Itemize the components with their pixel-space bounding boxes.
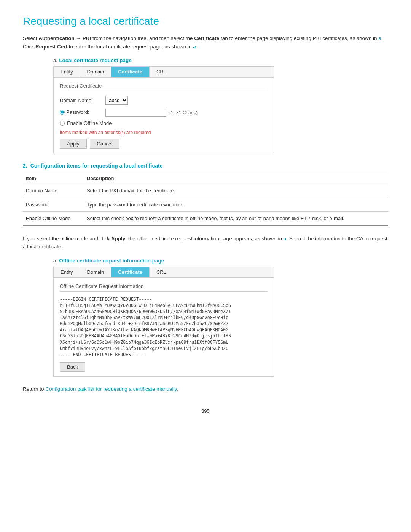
row-item-0: Domain Name [23, 184, 84, 198]
domain-name-row: Domain Name: abcd [60, 96, 268, 105]
password-hint: (1 -31 Chars.) [169, 110, 198, 115]
col-item-header: Item [23, 173, 84, 184]
section-2: 2.Configuration items for requesting a l… [23, 163, 388, 226]
row-item-2: Enable Offline Mode [23, 212, 84, 226]
footer-link[interactable]: Configuration task list for requesting a… [45, 386, 177, 392]
form-section-title-1: Request Certificate [60, 83, 268, 91]
offline-paragraph: If you select the offline mode and click… [23, 235, 388, 251]
offline-btn-row: Back [60, 362, 268, 372]
row-item-1: Password [23, 198, 84, 212]
section-2-label: 2.Configuration items for requesting a l… [23, 163, 388, 169]
tab-certificate-1[interactable]: Certificate [111, 67, 150, 77]
tab-entity-1[interactable]: Entity [54, 67, 80, 77]
tab-bar-1: Entity Domain Certificate CRL [53, 66, 274, 77]
form-btn-row: Apply Cancel [60, 139, 268, 149]
apply-button[interactable]: Apply [60, 139, 87, 149]
enable-offline-row: Enable Offline Mode [60, 120, 268, 126]
section-a1-label: a.Local certificate request page [53, 58, 388, 63]
password-input-group: (1 -31 Chars.) [105, 109, 198, 117]
offline-section-title: Offline Certificate Request Information [60, 283, 268, 292]
offline-panel: Offline Certificate Request Information … [53, 278, 274, 377]
intro-paragraph: Select Authentication → PKI from the nav… [23, 34, 388, 51]
tab-bar-2: Entity Domain Certificate CRL [53, 267, 274, 278]
tab-crl-2[interactable]: CRL [150, 267, 173, 277]
section-a2-label: a.Offline certificate request informatio… [53, 258, 388, 264]
tab-domain-2[interactable]: Domain [80, 267, 112, 277]
intro-link-a1[interactable]: a [378, 35, 381, 41]
page-number: 395 [23, 408, 388, 414]
section-a1: a.Local certificate request page Entity … [53, 58, 388, 153]
row-desc-1: Type the password for certificate revoca… [84, 198, 388, 212]
col-description-header: Description [84, 173, 388, 184]
domain-name-label: Domain Name: [60, 97, 105, 103]
tab-certificate-2[interactable]: Certificate [111, 267, 150, 277]
offline-link-a[interactable]: a [284, 236, 287, 241]
section-a2: a.Offline certificate request informatio… [53, 258, 388, 377]
password-label: Password: [60, 109, 105, 116]
password-row: Password: (1 -31 Chars.) [60, 109, 268, 117]
tab-entity-2[interactable]: Entity [54, 267, 80, 277]
tab-crl-1[interactable]: CRL [150, 67, 173, 77]
config-table: Item Description Domain Name Select the … [23, 173, 388, 226]
required-note: Items marked with an asterisk(*) are req… [60, 130, 268, 135]
tab-domain-1[interactable]: Domain [80, 67, 112, 77]
table-row: Domain Name Select the PKI domain for th… [23, 184, 388, 198]
back-button[interactable]: Back [60, 362, 85, 372]
password-input[interactable] [105, 109, 166, 117]
enable-offline-radio[interactable] [60, 121, 65, 126]
domain-name-input-group: abcd [105, 96, 128, 105]
row-desc-2: Select this check box to request a certi… [84, 212, 388, 226]
password-radio[interactable] [60, 110, 65, 115]
footer-paragraph: Return to Configuration task list for re… [23, 385, 388, 393]
form-panel-1: Request Certificate Domain Name: abcd Pa… [53, 77, 274, 153]
table-row: Enable Offline Mode Select this check bo… [23, 212, 388, 226]
row-desc-0: Select the PKI domain for the certificat… [84, 184, 388, 198]
cancel-button[interactable]: Cancel [90, 139, 119, 149]
cert-text: -----BEGIN CERTIFICATE REQUEST----- MIIB… [60, 296, 268, 358]
table-row: Password Type the password for certifica… [23, 198, 388, 212]
page-title: Requesting a local certificate [23, 15, 388, 27]
intro-link-a2[interactable]: a [193, 44, 196, 50]
domain-name-select[interactable]: abcd [105, 96, 128, 105]
enable-offline-label: Enable Offline Mode [67, 120, 112, 126]
